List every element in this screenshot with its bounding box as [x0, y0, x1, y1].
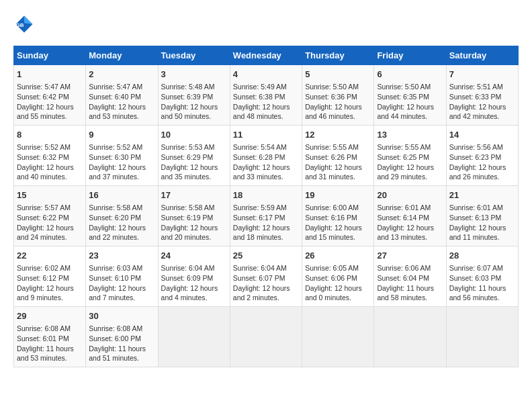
day-number: 28	[449, 250, 515, 262]
daylight-label: Daylight: 12 hours and 4 minutes.	[161, 284, 218, 302]
calendar-cell: 14 Sunrise: 5:56 AM Sunset: 6:23 PM Dayl…	[446, 126, 518, 186]
daylight-label: Daylight: 12 hours and 40 minutes.	[17, 163, 74, 181]
day-number: 14	[449, 129, 515, 141]
daylight-label: Daylight: 11 hours and 53 minutes.	[17, 345, 74, 363]
day-number: 8	[17, 129, 83, 141]
sunset-label: Sunset: 6:13 PM	[449, 214, 502, 222]
calendar-cell	[302, 307, 374, 367]
sunrise-label: Sunrise: 6:04 AM	[233, 264, 287, 272]
week-row-5: 29 Sunrise: 6:08 AM Sunset: 6:01 PM Dayl…	[14, 307, 519, 367]
day-number: 26	[305, 250, 371, 262]
calendar-header: SundayMondayTuesdayWednesdayThursdayFrid…	[14, 46, 519, 65]
sunrise-label: Sunrise: 5:52 AM	[89, 143, 142, 151]
calendar-cell: 11 Sunrise: 5:54 AM Sunset: 6:28 PM Dayl…	[230, 126, 302, 186]
sunset-label: Sunset: 6:00 PM	[89, 334, 141, 342]
calendar-cell: 22 Sunrise: 6:02 AM Sunset: 6:12 PM Dayl…	[14, 246, 86, 307]
day-number: 25	[233, 250, 299, 262]
sunrise-label: Sunrise: 5:51 AM	[449, 83, 503, 91]
calendar-cell: 30 Sunrise: 6:08 AM Sunset: 6:00 PM Dayl…	[86, 307, 158, 367]
sunrise-label: Sunrise: 5:47 AM	[89, 83, 142, 91]
day-number: 5	[305, 68, 371, 81]
sunset-label: Sunset: 6:25 PM	[377, 153, 429, 161]
sunrise-label: Sunrise: 5:47 AM	[17, 83, 71, 91]
week-row-2: 8 Sunrise: 5:52 AM Sunset: 6:32 PM Dayli…	[14, 126, 519, 186]
header-cell-friday: Friday	[374, 46, 446, 65]
daylight-label: Daylight: 12 hours and 7 minutes.	[89, 284, 146, 302]
calendar-cell: 17 Sunrise: 5:58 AM Sunset: 6:19 PM Dayl…	[158, 186, 230, 246]
day-number: 18	[233, 189, 299, 201]
day-number: 17	[161, 189, 227, 201]
sunrise-label: Sunrise: 5:58 AM	[89, 203, 142, 212]
calendar-cell: 2 Sunrise: 5:47 AM Sunset: 6:40 PM Dayli…	[86, 65, 158, 126]
daylight-label: Daylight: 12 hours and 33 minutes.	[233, 163, 290, 181]
calendar-cell	[158, 307, 230, 367]
calendar-cell	[446, 307, 518, 367]
calendar-cell: 15 Sunrise: 5:57 AM Sunset: 6:22 PM Dayl…	[14, 186, 86, 246]
sunrise-label: Sunrise: 5:56 AM	[449, 143, 503, 151]
calendar-cell: 12 Sunrise: 5:55 AM Sunset: 6:26 PM Dayl…	[302, 126, 374, 186]
sunrise-label: Sunrise: 5:59 AM	[233, 203, 287, 212]
day-number: 27	[377, 250, 443, 262]
daylight-label: Daylight: 11 hours and 56 minutes.	[449, 284, 506, 302]
day-number: 7	[449, 68, 515, 81]
daylight-label: Daylight: 12 hours and 29 minutes.	[377, 163, 434, 181]
header-cell-sunday: Sunday	[14, 46, 86, 65]
sunrise-label: Sunrise: 6:05 AM	[305, 264, 359, 272]
daylight-label: Daylight: 12 hours and 2 minutes.	[233, 284, 290, 302]
calendar-cell: 13 Sunrise: 5:55 AM Sunset: 6:25 PM Dayl…	[374, 126, 446, 186]
sunrise-label: Sunrise: 5:48 AM	[161, 83, 215, 91]
calendar-cell: 6 Sunrise: 5:50 AM Sunset: 6:35 PM Dayli…	[374, 65, 446, 126]
sunrise-label: Sunrise: 5:55 AM	[305, 143, 359, 151]
sunrise-label: Sunrise: 5:55 AM	[377, 143, 431, 151]
daylight-label: Daylight: 12 hours and 0 minutes.	[305, 284, 362, 302]
daylight-label: Daylight: 12 hours and 20 minutes.	[161, 224, 218, 242]
day-number: 10	[161, 129, 227, 141]
daylight-label: Daylight: 12 hours and 9 minutes.	[17, 284, 74, 302]
calendar-cell: 24 Sunrise: 6:04 AM Sunset: 6:09 PM Dayl…	[158, 246, 230, 307]
sunrise-label: Sunrise: 5:49 AM	[233, 83, 287, 91]
sunset-label: Sunset: 6:04 PM	[377, 274, 429, 282]
calendar-cell: 26 Sunrise: 6:05 AM Sunset: 6:06 PM Dayl…	[302, 246, 374, 307]
sunset-label: Sunset: 6:23 PM	[449, 153, 502, 161]
sunset-label: Sunset: 6:01 PM	[17, 334, 69, 342]
sunset-label: Sunset: 6:40 PM	[89, 93, 141, 101]
sunset-label: Sunset: 6:38 PM	[233, 93, 285, 101]
svg-marker-1	[24, 16, 32, 24]
calendar-cell: 7 Sunrise: 5:51 AM Sunset: 6:33 PM Dayli…	[446, 65, 518, 126]
day-number: 29	[17, 310, 83, 322]
day-number: 24	[161, 250, 227, 262]
calendar-cell	[374, 307, 446, 367]
calendar-cell: 4 Sunrise: 5:49 AM Sunset: 6:38 PM Dayli…	[230, 65, 302, 126]
calendar-cell: 21 Sunrise: 6:01 AM Sunset: 6:13 PM Dayl…	[446, 186, 518, 246]
calendar-cell: 29 Sunrise: 6:08 AM Sunset: 6:01 PM Dayl…	[14, 307, 86, 367]
sunset-label: Sunset: 6:14 PM	[377, 214, 429, 222]
calendar-cell: 28 Sunrise: 6:07 AM Sunset: 6:03 PM Dayl…	[446, 246, 518, 307]
daylight-label: Daylight: 12 hours and 46 minutes.	[305, 103, 362, 121]
sunset-label: Sunset: 6:10 PM	[89, 274, 141, 282]
day-number: 16	[89, 189, 154, 201]
sunset-label: Sunset: 6:22 PM	[17, 214, 69, 222]
page-header: GB	[13, 13, 519, 35]
calendar-cell: 27 Sunrise: 6:06 AM Sunset: 6:04 PM Dayl…	[374, 246, 446, 307]
calendar-cell: 1 Sunrise: 5:47 AM Sunset: 6:42 PM Dayli…	[14, 65, 86, 126]
sunset-label: Sunset: 6:03 PM	[449, 274, 502, 282]
sunrise-label: Sunrise: 6:01 AM	[449, 203, 503, 212]
day-number: 23	[89, 250, 154, 262]
sunrise-label: Sunrise: 5:57 AM	[17, 203, 71, 212]
sunset-label: Sunset: 6:07 PM	[233, 274, 285, 282]
sunrise-label: Sunrise: 6:02 AM	[17, 264, 71, 272]
svg-text:GB: GB	[16, 22, 24, 28]
header-cell-tuesday: Tuesday	[158, 46, 230, 65]
sunset-label: Sunset: 6:39 PM	[161, 93, 214, 101]
calendar-cell: 5 Sunrise: 5:50 AM Sunset: 6:36 PM Dayli…	[302, 65, 374, 126]
daylight-label: Daylight: 11 hours and 51 minutes.	[89, 345, 146, 363]
day-number: 21	[449, 189, 515, 201]
calendar-cell: 8 Sunrise: 5:52 AM Sunset: 6:32 PM Dayli…	[14, 126, 86, 186]
header-row: SundayMondayTuesdayWednesdayThursdayFrid…	[14, 46, 519, 65]
sunset-label: Sunset: 6:35 PM	[377, 93, 429, 101]
day-number: 30	[89, 310, 154, 322]
day-number: 11	[233, 129, 299, 141]
daylight-label: Daylight: 12 hours and 18 minutes.	[233, 224, 290, 242]
day-number: 13	[377, 129, 443, 141]
daylight-label: Daylight: 12 hours and 15 minutes.	[305, 224, 362, 242]
